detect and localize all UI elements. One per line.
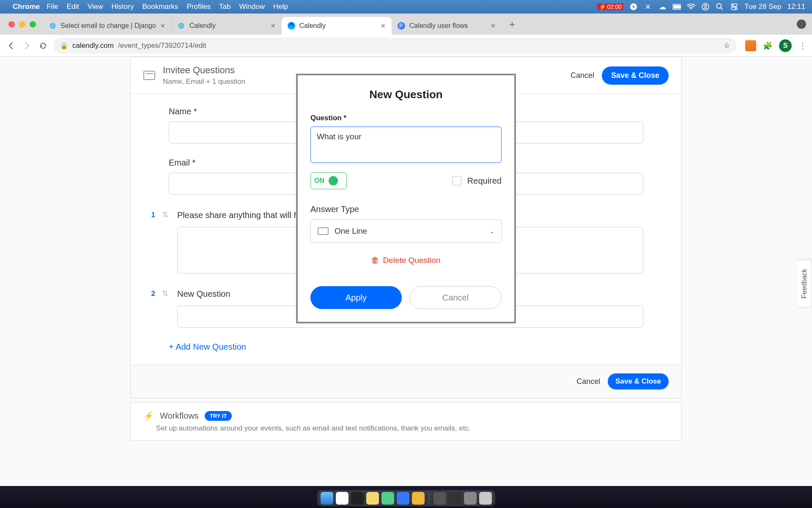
globe-icon: 🌐 xyxy=(49,22,56,30)
workflows-card[interactable]: ⚡ Workflows TRY IT Set up automations ar… xyxy=(130,403,682,441)
chrome-chrome: 🌐 Select email to change | Django ✕ 🌐 Ca… xyxy=(0,14,812,57)
svg-point-12 xyxy=(735,8,736,9)
window-minimize-icon[interactable] xyxy=(19,21,25,28)
menu-history[interactable]: History xyxy=(111,3,134,11)
address-bar[interactable]: 🔒 calendly.com/event_types/73920714/edit… xyxy=(53,38,737,54)
cancel-button[interactable]: Cancel xyxy=(409,286,502,309)
star-icon[interactable]: ☆ xyxy=(724,41,730,50)
dock-app-icon[interactable] xyxy=(397,492,409,505)
one-line-icon xyxy=(318,227,329,235)
workflows-title: Workflows xyxy=(160,411,199,421)
section-title: Invitee Questions xyxy=(163,65,245,76)
header-save-close-button[interactable]: Save & Close xyxy=(602,66,669,85)
drag-handle-icon[interactable]: ⇅ xyxy=(162,209,168,219)
battery-status-icon[interactable]: ⚡02:00 xyxy=(597,3,623,10)
tab-django[interactable]: 🌐 Select email to change | Django ✕ xyxy=(43,17,171,35)
dock-app-icon[interactable] xyxy=(412,492,425,505)
menu-file[interactable]: File xyxy=(47,3,58,11)
svg-rect-10 xyxy=(731,7,737,10)
dock-app-icon[interactable] xyxy=(381,492,394,505)
menu-view[interactable]: View xyxy=(88,3,103,11)
dock-separator xyxy=(429,492,429,505)
metamask-extension-icon[interactable] xyxy=(745,40,756,51)
card-footer: Cancel Save & Close xyxy=(131,364,681,398)
wifi-icon[interactable] xyxy=(687,3,695,11)
dock-app-icon[interactable] xyxy=(433,492,446,505)
macos-dock xyxy=(317,490,495,506)
browser-toolbar: 🔒 calendly.com/event_types/73920714/edit… xyxy=(0,35,812,57)
window-controls xyxy=(3,14,43,35)
question-enabled-toggle[interactable]: ON xyxy=(310,172,347,189)
user-circle-icon[interactable] xyxy=(701,3,710,11)
tab-overflow-icon[interactable] xyxy=(797,19,806,29)
dock-app-icon[interactable] xyxy=(449,492,461,505)
close-icon[interactable]: ✕ xyxy=(381,22,386,29)
menu-help[interactable]: Help xyxy=(273,3,288,11)
footer-cancel-link[interactable]: Cancel xyxy=(576,377,600,386)
dock-chrome-icon[interactable] xyxy=(336,492,348,505)
menubar-clock[interactable]: 12:11 xyxy=(787,3,805,11)
tool-icon[interactable]: ✕ xyxy=(644,3,652,11)
feedback-tab[interactable]: Feedback xyxy=(797,260,812,307)
header-cancel-link[interactable]: Cancel xyxy=(571,71,594,80)
dock-terminal-icon[interactable] xyxy=(351,492,364,505)
dock-notes-icon[interactable] xyxy=(366,492,379,505)
delete-question-link[interactable]: 🗑 Delete Question xyxy=(371,256,440,265)
tab-title: Select email to change | Django xyxy=(60,22,156,30)
window-zoom-icon[interactable] xyxy=(30,21,36,28)
back-button[interactable] xyxy=(5,40,17,52)
drag-handle-icon[interactable]: ⇅ xyxy=(162,288,168,298)
new-tab-button[interactable]: ＋ xyxy=(505,17,519,31)
profile-avatar[interactable]: S xyxy=(779,39,792,52)
close-icon[interactable]: ✕ xyxy=(271,22,276,29)
menu-profiles[interactable]: Profiles xyxy=(187,3,211,11)
menubar-app-name[interactable]: Chrome xyxy=(13,3,40,11)
avatar-initial: S xyxy=(783,42,788,50)
delete-question-label: Delete Question xyxy=(383,256,440,265)
toggle-label: ON xyxy=(314,177,324,185)
question-textarea[interactable] xyxy=(310,127,502,163)
globe-icon: 🌐 xyxy=(178,22,185,30)
dock-trash-icon[interactable] xyxy=(479,492,492,505)
dock-app-icon[interactable] xyxy=(464,492,477,505)
window-close-icon[interactable] xyxy=(8,21,15,28)
tabstrip: 🌐 Select email to change | Django ✕ 🌐 Ca… xyxy=(0,14,812,35)
menu-edit[interactable]: Edit xyxy=(67,3,79,11)
modal-overlay: New Question Question * ON Required Answ… xyxy=(0,74,812,323)
dock-finder-icon[interactable] xyxy=(321,492,333,505)
cloud-icon[interactable]: ☁ xyxy=(658,3,667,11)
menu-bookmarks[interactable]: Bookmarks xyxy=(142,3,178,11)
chrome-menu-icon[interactable]: ⋮ xyxy=(798,41,807,51)
tab-userflows[interactable]: P Calendly user flows ✕ xyxy=(392,17,502,35)
required-checkbox[interactable] xyxy=(452,176,461,185)
close-icon[interactable]: ✕ xyxy=(491,22,496,29)
svg-rect-2 xyxy=(673,5,681,8)
tab-title: Calendly xyxy=(299,22,326,30)
footer-save-close-button[interactable]: Save & Close xyxy=(608,373,669,389)
battery-icon[interactable] xyxy=(672,3,681,11)
add-new-question-link[interactable]: + Add New Question xyxy=(169,342,643,352)
apply-button[interactable]: Apply xyxy=(310,286,402,309)
forward-button[interactable] xyxy=(21,40,33,52)
answer-type-select[interactable]: One Line ⌄ xyxy=(310,219,502,243)
menubar-status-area: ⚡02:00 ✕ ☁ Tue 28 Sep 12:11 xyxy=(597,3,805,11)
svg-point-7 xyxy=(717,4,721,8)
tab-calendly-1[interactable]: 🌐 Calendly ✕ xyxy=(172,17,282,35)
menu-tab[interactable]: Tab xyxy=(219,3,230,11)
close-icon[interactable]: ✕ xyxy=(160,22,165,29)
reload-button[interactable] xyxy=(37,40,49,52)
menubar-date[interactable]: Tue 28 Sep xyxy=(744,3,781,11)
question-field-label: Question * xyxy=(310,114,502,122)
page-favicon-icon: P xyxy=(398,22,405,30)
extensions-icon[interactable]: 🧩 xyxy=(763,41,772,50)
spotlight-search-icon[interactable] xyxy=(716,3,724,11)
required-checkbox-row[interactable]: Required xyxy=(452,176,502,186)
url-host: calendly.com xyxy=(72,41,114,50)
modal-title: New Question xyxy=(310,88,502,101)
try-it-badge[interactable]: TRY IT xyxy=(205,411,232,421)
menu-window[interactable]: Window xyxy=(239,3,265,11)
control-center-icon[interactable] xyxy=(730,3,738,11)
tab-calendly-active[interactable]: Calendly ✕ xyxy=(282,17,392,35)
tab-title: Calendly user flows xyxy=(409,22,468,30)
bolt-circle-icon[interactable] xyxy=(629,3,638,11)
